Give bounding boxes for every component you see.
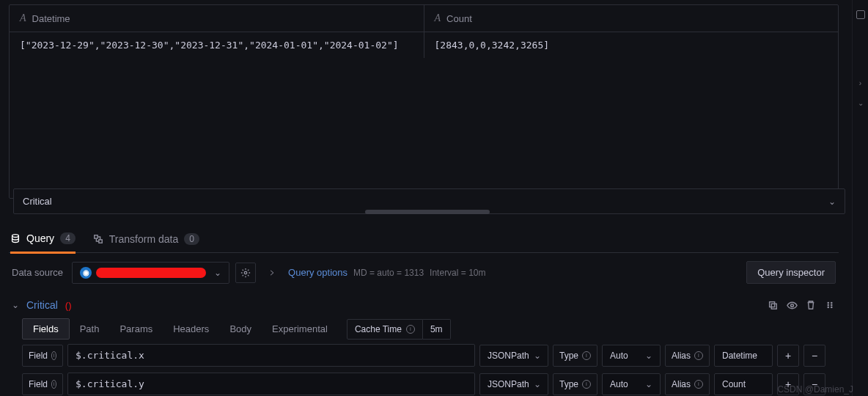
tab-label: Transform data [109, 233, 178, 245]
svg-point-8 [831, 302, 833, 304]
datasource-settings-button[interactable] [235, 263, 256, 283]
column-header-count[interactable]: A Count [424, 5, 839, 32]
field-label: Fieldi [22, 373, 63, 395]
column-header-datetime[interactable]: A Datetime [10, 5, 424, 32]
datasource-picker[interactable]: ◉ ⌄ [72, 262, 229, 284]
svg-point-11 [828, 307, 829, 308]
info-icon[interactable]: i [582, 351, 591, 360]
svg-point-6 [790, 304, 793, 307]
alias-label: Aliasi [665, 345, 710, 367]
field-row: Fieldi JSONPath⌄ Typei Auto⌄ Aliasi + − [9, 341, 839, 370]
info-icon[interactable]: i [51, 351, 56, 360]
text-type-icon: A [20, 12, 26, 24]
redacted-text [96, 268, 206, 278]
chevron-down-icon: ⌄ [534, 351, 541, 361]
query-name-label: Critical [23, 196, 52, 207]
datasource-logo-icon: ◉ [80, 267, 92, 279]
tab-transform[interactable]: Transform data 0 [93, 233, 199, 252]
cell-count[interactable]: [2843,0,0,3242,3265] [424, 32, 839, 58]
info-icon[interactable]: i [694, 380, 703, 389]
chevron-down-icon[interactable]: ⌄ [858, 99, 864, 107]
table-row: ["2023-12-29","2023-12-30","2023-12-31",… [10, 32, 838, 58]
info-icon[interactable]: i [694, 351, 703, 360]
drag-handle-icon[interactable] [824, 299, 836, 311]
svg-point-7 [828, 302, 829, 304]
field-alias-input[interactable] [714, 345, 773, 367]
cell-datetime[interactable]: ["2023-12-29","2023-12-30","2023-12-31",… [10, 32, 424, 58]
expand-options-button[interactable] [262, 263, 282, 283]
redacted-text: () [65, 300, 72, 311]
svg-point-10 [831, 304, 833, 306]
svg-point-0 [12, 235, 19, 238]
chevron-down-icon: ⌄ [214, 268, 221, 278]
chevron-down-icon: ⌄ [645, 379, 652, 389]
field-label: Fieldi [22, 345, 63, 367]
field-expression-input[interactable] [67, 373, 475, 395]
svg-point-12 [831, 307, 833, 308]
duplicate-query-button[interactable] [767, 299, 779, 311]
type-label: Typei [553, 373, 597, 395]
toggle-visibility-button[interactable] [786, 299, 798, 311]
chevron-down-icon: ⌄ [828, 197, 836, 207]
query-subtabs: Fields Path Params Headers Body Experime… [9, 317, 839, 341]
subtab-params[interactable]: Params [109, 319, 163, 339]
tab-label: Query [26, 232, 54, 244]
field-lang-select[interactable]: JSONPath⌄ [479, 345, 548, 367]
tab-count-badge: 0 [184, 233, 199, 245]
add-field-button[interactable]: + [777, 345, 799, 367]
panel-icon[interactable] [856, 10, 865, 19]
subtab-fields[interactable]: Fields [22, 318, 70, 340]
svg-point-9 [828, 304, 829, 306]
chevron-down-icon: ⌄ [645, 351, 652, 361]
field-lang-select[interactable]: JSONPath⌄ [479, 373, 548, 395]
editor-tabs: Query 4 Transform data 0 [9, 224, 839, 253]
column-header-label: Count [446, 13, 472, 24]
query-md-info: MD = auto = 1313 [353, 268, 424, 278]
info-icon[interactable]: i [582, 380, 591, 389]
alias-label: Aliasi [665, 373, 710, 395]
subtab-headers[interactable]: Headers [163, 319, 219, 339]
svg-rect-1 [95, 235, 98, 238]
info-icon[interactable]: i [406, 325, 415, 334]
field-row: Fieldi JSONPath⌄ Typei Auto⌄ Aliasi + − [9, 370, 839, 396]
svg-rect-2 [99, 239, 102, 242]
query-ref-name[interactable]: Critical [26, 299, 58, 311]
results-table: A Datetime A Count ["2023-12-29","2023-1… [9, 4, 839, 199]
tab-query[interactable]: Query 4 [10, 232, 76, 254]
table-header-row: A Datetime A Count [10, 5, 838, 32]
svg-rect-5 [771, 304, 776, 309]
subtab-path[interactable]: Path [70, 319, 110, 339]
svg-rect-4 [770, 302, 775, 307]
chevron-right-icon[interactable]: › [859, 79, 861, 87]
field-type-select[interactable]: Auto⌄ [602, 373, 661, 395]
horizontal-scrollbar-thumb[interactable] [365, 210, 490, 214]
field-alias-input[interactable] [714, 373, 773, 395]
query-actions [767, 299, 836, 311]
datasource-row: Data source ◉ ⌄ Query options MD = auto … [9, 253, 839, 292]
column-header-label: Datetime [32, 13, 70, 24]
delete-query-button[interactable] [805, 299, 817, 311]
field-expression-input[interactable] [67, 344, 475, 367]
cache-time-label: Cache Time i [347, 319, 423, 340]
query-options-link[interactable]: Query options [288, 267, 347, 278]
chevron-down-icon: ⌄ [534, 379, 541, 389]
database-icon [10, 233, 21, 243]
svg-point-3 [244, 271, 247, 274]
field-type-select[interactable]: Auto⌄ [602, 345, 661, 367]
subtab-experimental[interactable]: Experimental [262, 319, 338, 339]
subtab-body[interactable]: Body [219, 319, 262, 339]
info-icon[interactable]: i [51, 380, 56, 389]
collapse-toggle[interactable]: ⌄ [12, 300, 19, 310]
query-inspector-button[interactable]: Query inspector [746, 261, 836, 284]
datasource-label: Data source [12, 267, 63, 278]
watermark-text: CSDN @Damien_J [777, 384, 853, 395]
right-side-strip: › ⌄ [852, 0, 868, 396]
tab-count-badge: 4 [60, 232, 76, 244]
query-interval-info: Interval = 10m [430, 268, 485, 278]
type-label: Typei [553, 345, 597, 367]
text-type-icon: A [435, 12, 441, 24]
transform-icon [93, 234, 103, 244]
query-block-header: ⌄ Critical () [9, 292, 839, 317]
remove-field-button[interactable]: − [803, 345, 825, 367]
cache-time-input[interactable]: 5m [423, 319, 451, 340]
